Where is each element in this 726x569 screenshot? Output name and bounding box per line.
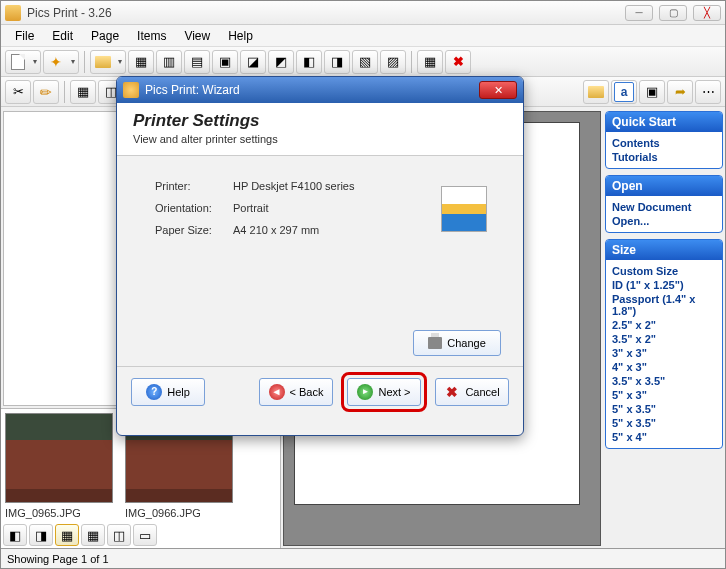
next-icon: [357, 384, 373, 400]
tool-btn-4[interactable]: ▣: [212, 50, 238, 74]
text-style-button[interactable]: a: [611, 80, 637, 104]
tool-btn-10[interactable]: ▨: [380, 50, 406, 74]
main-window: Pics Print - 3.26 ─ ▢ ╳ File Edit Page I…: [0, 0, 726, 569]
panel-heading: Size: [606, 240, 722, 260]
document-icon: [11, 54, 25, 70]
link-open[interactable]: Open...: [612, 214, 716, 228]
panel-heading: Open: [606, 176, 722, 196]
help-button[interactable]: ? Help: [131, 378, 205, 406]
open-button[interactable]: [90, 50, 126, 74]
text-a-icon: a: [614, 82, 634, 102]
tool-btn-8[interactable]: ◨: [324, 50, 350, 74]
panel-quick-start: Quick Start Contents Tutorials: [605, 111, 723, 169]
thumb-tool-5[interactable]: ◫: [107, 524, 131, 546]
thumb-tool-2[interactable]: ◨: [29, 524, 53, 546]
cancel-icon: ✖: [444, 384, 460, 400]
separator: [64, 81, 65, 103]
cut-button[interactable]: ✂: [5, 80, 31, 104]
size-item[interactable]: 5" x 3.5": [612, 416, 716, 430]
wizard-dialog: Pics Print: Wizard ✕ Printer Settings Vi…: [116, 76, 524, 436]
wizard-titlebar[interactable]: Pics Print: Wizard ✕: [117, 77, 523, 103]
titlebar: Pics Print - 3.26 ─ ▢ ╳: [1, 1, 725, 25]
wizard-header: Printer Settings View and alter printer …: [117, 103, 523, 156]
menu-page[interactable]: Page: [83, 27, 127, 45]
more-button[interactable]: ⋯: [695, 80, 721, 104]
separator: [411, 51, 412, 73]
grid-button[interactable]: ▦: [70, 80, 96, 104]
tool-btn-7[interactable]: ◧: [296, 50, 322, 74]
pencil-icon: ✎: [36, 82, 56, 102]
window-title: Pics Print - 3.26: [27, 6, 625, 20]
export-button[interactable]: ➦: [667, 80, 693, 104]
back-icon: ◄: [269, 384, 285, 400]
thumb-tool-6[interactable]: ▭: [133, 524, 157, 546]
row-label: Paper Size:: [155, 224, 233, 236]
cancel-button[interactable]: ✖ Cancel: [435, 378, 509, 406]
thumb-tool-3[interactable]: ▦: [55, 524, 79, 546]
frame-button[interactable]: ▣: [639, 80, 665, 104]
wizard-button[interactable]: ✦: [43, 50, 79, 74]
link-contents[interactable]: Contents: [612, 136, 716, 150]
panel-heading: Quick Start: [606, 112, 722, 132]
tool-btn-9[interactable]: ▧: [352, 50, 378, 74]
status-text: Showing Page 1 of 1: [7, 553, 109, 565]
help-icon: ?: [146, 384, 162, 400]
menu-items[interactable]: Items: [129, 27, 174, 45]
thumb-tool-4[interactable]: ▦: [81, 524, 105, 546]
size-item[interactable]: 3.5" x 2": [612, 332, 716, 346]
size-item[interactable]: 5" x 3.5": [612, 402, 716, 416]
wizard-footer: ? Help ◄ < Back Next > ✖ Cancel: [117, 366, 523, 416]
link-new-document[interactable]: New Document: [612, 200, 716, 214]
row-label: Orientation:: [155, 202, 233, 214]
menu-edit[interactable]: Edit: [44, 27, 81, 45]
size-item[interactable]: 2.5" x 2": [612, 318, 716, 332]
panel-size: Size Custom Size ID (1" x 1.25") Passpor…: [605, 239, 723, 449]
size-item[interactable]: Custom Size: [612, 264, 716, 278]
tool-btn-5[interactable]: ◪: [240, 50, 266, 74]
tool-btn-1[interactable]: ▦: [128, 50, 154, 74]
open-folder-button[interactable]: [583, 80, 609, 104]
delete-icon: ✖: [453, 54, 464, 69]
delete-button[interactable]: ✖: [445, 50, 471, 74]
size-list[interactable]: Custom Size ID (1" x 1.25") Passport (1.…: [606, 260, 722, 448]
panel-open: Open New Document Open...: [605, 175, 723, 233]
menu-help[interactable]: Help: [220, 27, 261, 45]
new-doc-button[interactable]: [5, 50, 41, 74]
size-item[interactable]: Passport (1.4" x 1.8"): [612, 292, 716, 318]
cancel-label: Cancel: [465, 386, 499, 398]
toolbar-main: ✦ ▦ ▥ ▤ ▣ ◪ ◩ ◧ ◨ ▧ ▨ ▦ ✖: [1, 47, 725, 77]
back-label: < Back: [290, 386, 324, 398]
size-item[interactable]: 5" x 4": [612, 430, 716, 444]
next-highlight: Next >: [341, 372, 427, 412]
wizard-close-button[interactable]: ✕: [479, 81, 517, 99]
size-item[interactable]: 3" x 3": [612, 346, 716, 360]
minimize-button[interactable]: ─: [625, 5, 653, 21]
tool-btn-6[interactable]: ◩: [268, 50, 294, 74]
tool-btn-3[interactable]: ▤: [184, 50, 210, 74]
wizard-heading: Printer Settings: [133, 111, 507, 131]
tool-btn-11[interactable]: ▦: [417, 50, 443, 74]
right-sidebar: Quick Start Contents Tutorials Open New …: [603, 109, 725, 548]
wand-icon: ✦: [50, 54, 62, 70]
tool-btn-2[interactable]: ▥: [156, 50, 182, 74]
menu-file[interactable]: File: [7, 27, 42, 45]
size-item[interactable]: 4" x 3": [612, 360, 716, 374]
size-item[interactable]: ID (1" x 1.25"): [612, 278, 716, 292]
link-tutorials[interactable]: Tutorials: [612, 150, 716, 164]
maximize-button[interactable]: ▢: [659, 5, 687, 21]
row-value: HP Deskjet F4100 series: [233, 180, 354, 192]
thumb-tool-1[interactable]: ◧: [3, 524, 27, 546]
menu-view[interactable]: View: [176, 27, 218, 45]
next-label: Next >: [378, 386, 410, 398]
wizard-app-icon: [123, 82, 139, 98]
row-value: Portrait: [233, 202, 268, 214]
close-button[interactable]: ╳: [693, 5, 721, 21]
change-button[interactable]: Change: [413, 330, 501, 356]
size-item[interactable]: 5" x 3": [612, 388, 716, 402]
size-item[interactable]: 3.5" x 3.5": [612, 374, 716, 388]
edit-button[interactable]: ✎: [33, 80, 59, 104]
thumbnail-label: IMG_0966.JPG: [125, 507, 235, 519]
back-button[interactable]: ◄ < Back: [259, 378, 333, 406]
next-button[interactable]: Next >: [347, 378, 421, 406]
wizard-body: Printer: HP Deskjet F4100 series Orienta…: [117, 156, 523, 366]
